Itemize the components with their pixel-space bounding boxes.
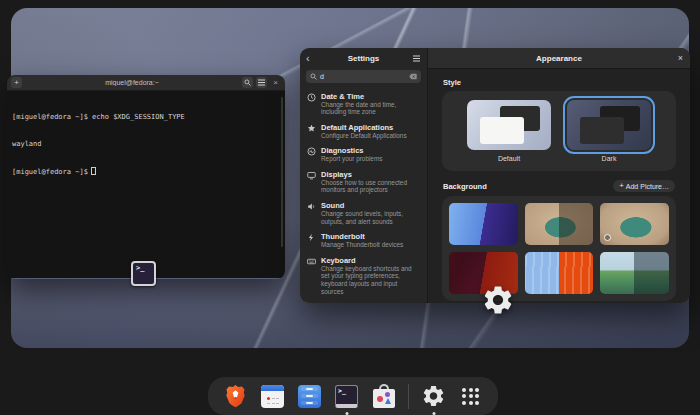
item-subtitle: Change sound levels, inputs, outputs, an…	[321, 210, 420, 225]
background-thumb-landscape-selected[interactable]	[600, 203, 669, 245]
terminal-close-button[interactable]: ×	[270, 77, 281, 88]
sidebar-item-sound[interactable]: Sound Change sound levels, inputs, outpu…	[307, 198, 420, 229]
sidebar-list: Date & Time Change the date and time, in…	[300, 88, 427, 299]
settings-title: Settings	[320, 54, 407, 63]
item-title: Date & Time	[321, 92, 420, 101]
background-header-row: Background + Add Picture…	[443, 180, 675, 192]
settings-menu-button[interactable]	[411, 58, 421, 59]
gear-icon	[481, 283, 515, 317]
item-title: Displays	[321, 170, 420, 179]
app-grid-icon	[462, 388, 479, 405]
diagnostics-icon	[307, 146, 316, 163]
item-title: Thunderbolt	[321, 232, 420, 241]
dock-icon-software[interactable]	[371, 384, 396, 409]
sidebar-item-default-applications[interactable]: Default Applications Configure Default A…	[307, 119, 420, 143]
style-label: Dark	[602, 155, 617, 162]
style-label: Default	[498, 155, 520, 162]
item-title: Keyboard	[321, 256, 420, 265]
dock-icon-calendar[interactable]	[260, 384, 285, 409]
dock-icon-app-grid[interactable]	[458, 384, 483, 409]
search-value: d	[320, 73, 406, 80]
background-grid	[442, 196, 676, 301]
sidebar-item-displays[interactable]: Displays Choose how to use connected mon…	[307, 166, 420, 197]
sidebar-item-diagnostics[interactable]: Diagnostics Report your problems	[307, 143, 420, 167]
keyboard-icon	[307, 256, 316, 295]
sidebar-item-date-time[interactable]: Date & Time Change the date and time, in…	[307, 88, 420, 119]
terminal-menu-button[interactable]	[256, 77, 267, 88]
background-thumb-blue-orange[interactable]	[525, 252, 594, 294]
clear-search-icon[interactable]	[409, 73, 417, 80]
calendar-icon	[261, 385, 284, 408]
search-icon	[244, 79, 251, 86]
dock-icon-brave[interactable]	[223, 384, 248, 409]
item-subtitle: Change the date and time, including time…	[321, 101, 420, 116]
appearance-panel: Appearance × Style Default	[428, 48, 690, 303]
item-subtitle: Configure Default Applications	[321, 132, 420, 140]
speaker-icon	[307, 201, 316, 225]
settings-close-button[interactable]: ×	[673, 54, 683, 63]
settings-window[interactable]: ‹ Settings d	[300, 48, 690, 303]
dock-icon-files[interactable]	[297, 384, 322, 409]
selected-indicator-icon	[604, 234, 611, 241]
item-title: Sound	[321, 201, 420, 210]
terminal-line-output: wayland	[12, 140, 280, 149]
clock-icon	[307, 92, 316, 116]
dock: >_	[208, 377, 498, 415]
style-card: Default Dark	[442, 91, 676, 171]
terminal-app-icon[interactable]: >_	[131, 261, 156, 286]
terminal-prompt-icon: >_	[335, 385, 358, 408]
item-subtitle: Choose how to use connected monitors and…	[321, 179, 420, 194]
settings-sidebar: ‹ Settings d	[300, 48, 428, 303]
search-icon	[310, 73, 317, 80]
terminal-output[interactable]: [miguel@fedora ~]$ echo $XDG_SESSION_TYP…	[7, 91, 285, 278]
terminal-window[interactable]: + miguel@fedora:~ × [miguel@fedora ~]$ e…	[7, 75, 285, 279]
item-subtitle: Report your problems	[321, 155, 420, 163]
back-button[interactable]: ‹	[306, 53, 316, 64]
brave-lion-icon	[224, 384, 247, 409]
dock-icon-terminal[interactable]: >_	[334, 384, 359, 409]
gnome-overview: + miguel@fedora:~ × [miguel@fedora ~]$ e…	[0, 0, 700, 415]
sidebar-item-keyboard[interactable]: Keyboard Change keyboard shortcuts and s…	[307, 252, 420, 298]
preview-window-front	[480, 117, 524, 144]
background-heading: Background	[443, 182, 487, 191]
terminal-line-prompt: [miguel@fedora ~]$	[12, 167, 280, 177]
preview-window-front	[580, 117, 624, 144]
new-tab-button[interactable]: +	[11, 77, 22, 88]
file-cabinet-icon	[298, 385, 321, 408]
terminal-line-command: [miguel@fedora ~]$ echo $XDG_SESSION_TYP…	[12, 113, 280, 122]
add-picture-button[interactable]: + Add Picture…	[613, 180, 675, 192]
appearance-header: Appearance ×	[428, 48, 690, 69]
close-icon: ×	[678, 53, 683, 63]
terminal-search-button[interactable]	[242, 77, 253, 88]
software-bag-icon	[373, 384, 395, 408]
sidebar-item-thunderbolt[interactable]: Thunderbolt Manage Thunderbolt devices	[307, 229, 420, 253]
style-option-default[interactable]: Default	[467, 100, 551, 162]
style-preview-default	[467, 100, 551, 150]
item-title: Default Applications	[321, 123, 420, 132]
terminal-cursor	[91, 167, 96, 175]
background-thumb-blue-purple[interactable]	[449, 203, 518, 245]
style-heading: Style	[443, 78, 675, 87]
terminal-scrollbar[interactable]	[281, 97, 283, 247]
dock-separator	[408, 384, 409, 409]
settings-search-input[interactable]: d	[306, 70, 421, 83]
style-option-dark[interactable]: Dark	[567, 100, 651, 162]
style-preview-dark-selected	[567, 100, 651, 150]
hamburger-icon	[413, 58, 420, 59]
item-subtitle: Change keyboard shortcuts and set your t…	[321, 265, 420, 295]
background-thumb-landscape-split[interactable]	[525, 203, 594, 245]
item-subtitle: Manage Thunderbolt devices	[321, 241, 420, 249]
close-icon: ×	[273, 79, 278, 87]
appearance-content: Style Default Dark	[428, 69, 690, 303]
appearance-title: Appearance	[435, 54, 673, 63]
hamburger-icon	[258, 82, 265, 83]
gear-icon	[421, 383, 446, 409]
sidebar-header: ‹ Settings	[300, 48, 427, 69]
settings-app-icon[interactable]	[481, 283, 515, 317]
dock-icon-settings[interactable]	[421, 384, 446, 409]
item-title: Diagnostics	[321, 146, 420, 155]
background-thumb-mountains[interactable]	[600, 252, 669, 294]
display-icon	[307, 170, 316, 194]
thunderbolt-icon	[307, 232, 316, 249]
terminal-title: miguel@fedora:~	[25, 79, 239, 86]
